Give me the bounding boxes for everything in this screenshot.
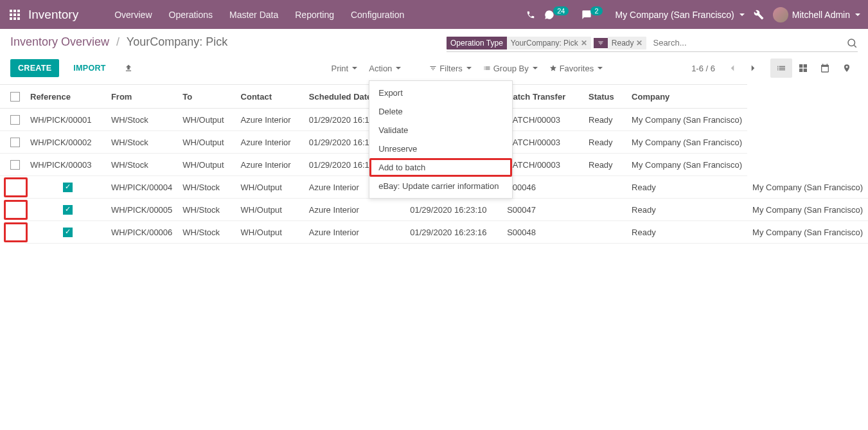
action-item-ebay-update-carrier-information[interactable]: eBay: Update carrier information <box>369 177 512 195</box>
list-icon <box>483 64 491 72</box>
cell-to: WH/Output <box>236 199 304 221</box>
action-item-delete[interactable]: Delete <box>369 102 512 121</box>
cell-src: S00046 <box>502 176 583 199</box>
menu-reporting[interactable]: Reporting <box>287 6 342 24</box>
menu-configuration[interactable]: Configuration <box>343 6 412 24</box>
cell-company: My Company (San Francisco) <box>626 131 747 154</box>
favorites-dropdown[interactable]: Favorites <box>549 64 603 73</box>
svg-rect-14 <box>804 69 807 72</box>
print-dropdown[interactable]: Print <box>331 64 357 73</box>
view-list[interactable] <box>770 58 792 78</box>
cell-from: WH/Stock <box>177 199 235 221</box>
breadcrumb-parent[interactable]: Inventory Overview <box>10 35 109 48</box>
view-calendar[interactable] <box>814 58 836 78</box>
pager-prev[interactable] <box>727 62 738 74</box>
cell-batch: BATCH/00003 <box>502 109 583 131</box>
cell-company: My Company (San Francisco) <box>747 199 868 221</box>
cell-contact: Azure Interior <box>236 109 304 131</box>
col-batch-transfer[interactable]: Batch Transfer <box>502 85 583 109</box>
action-item-unreserve[interactable]: Unreserve <box>369 139 512 158</box>
cell-status: Ready <box>583 154 626 176</box>
search-input[interactable] <box>649 35 844 50</box>
row-checkbox[interactable] <box>10 138 20 147</box>
facet-remove-icon[interactable]: ✕ <box>636 39 642 48</box>
action-item-export[interactable]: Export <box>369 84 512 102</box>
pager-next[interactable] <box>747 62 759 74</box>
col-to[interactable]: To <box>177 85 235 109</box>
col-status[interactable]: Status <box>583 85 626 109</box>
import-button[interactable]: IMPORT <box>66 59 113 77</box>
phone-icon[interactable] <box>526 10 535 19</box>
row-checkbox[interactable] <box>63 228 73 237</box>
apps-icon[interactable] <box>8 8 22 22</box>
cell-to: WH/Output <box>236 221 304 244</box>
search-icon[interactable] <box>846 37 858 49</box>
discuss-icon[interactable]: 2 <box>581 10 606 20</box>
debug-icon[interactable] <box>754 10 764 20</box>
menu-operations[interactable]: Operations <box>161 6 220 24</box>
cell-status: Ready <box>626 176 747 199</box>
cell-contact: Azure Interior <box>236 154 304 176</box>
table-row[interactable]: WH/PICK/00006WH/StockWH/OutputAzure Inte… <box>0 221 868 244</box>
cell-company: My Company (San Francisco) <box>626 109 747 131</box>
action-item-add-to-batch[interactable]: Add to batch <box>369 158 512 177</box>
cell-status: Ready <box>583 109 626 131</box>
cell-to: WH/Output <box>236 176 304 199</box>
cell-reference: WH/PICK/00005 <box>106 199 177 221</box>
svg-rect-8 <box>17 17 20 20</box>
search-facet-ready: Ready ✕ <box>594 37 647 49</box>
upload-icon[interactable] <box>124 64 133 73</box>
cell-src: S00048 <box>502 221 583 244</box>
cell-status: Ready <box>626 221 747 244</box>
messages-icon[interactable]: 24 <box>544 10 572 20</box>
svg-rect-3 <box>10 13 12 16</box>
breadcrumb: Inventory Overview / YourCompany: Pick <box>10 35 227 49</box>
avatar <box>773 7 788 22</box>
chevron-down-icon <box>396 67 401 69</box>
view-kanban[interactable] <box>792 58 814 78</box>
action-item-validate[interactable]: Validate <box>369 121 512 139</box>
search-bar[interactable]: Operation Type YourCompany: Pick ✕ Ready… <box>447 35 858 52</box>
user-name: Mitchell Admin <box>792 10 850 20</box>
col-company[interactable]: Company <box>626 85 747 109</box>
cell-to: WH/Output <box>177 109 235 131</box>
groupby-dropdown[interactable]: Group By <box>483 64 538 73</box>
table-row[interactable]: WH/PICK/00005WH/StockWH/OutputAzure Inte… <box>0 199 868 221</box>
svg-line-10 <box>854 45 856 47</box>
cell-reference: WH/PICK/00001 <box>25 109 106 131</box>
facet-value: Ready <box>612 39 634 48</box>
breadcrumb-separator: / <box>116 35 120 48</box>
col-reference[interactable]: Reference <box>25 85 106 109</box>
breadcrumb-current: YourCompany: Pick <box>127 35 227 48</box>
svg-rect-5 <box>17 13 20 16</box>
filter-icon <box>429 64 437 72</box>
cell-date: 01/29/2020 16:23:10 <box>405 199 502 221</box>
menu-overview[interactable]: Overview <box>107 6 159 24</box>
select-all-checkbox[interactable] <box>10 92 20 102</box>
row-checkbox[interactable] <box>63 205 73 215</box>
col-contact[interactable]: Contact <box>236 85 304 109</box>
menu-master-data[interactable]: Master Data <box>222 6 286 24</box>
main-menu: Overview Operations Master Data Reportin… <box>107 6 412 24</box>
cell-reference: WH/PICK/00003 <box>25 154 106 176</box>
action-dropdown[interactable]: Action <box>369 64 401 73</box>
cell-to: WH/Output <box>177 131 235 154</box>
row-checkbox[interactable] <box>10 160 20 170</box>
view-map[interactable] <box>836 58 858 78</box>
facet-remove-icon[interactable]: ✕ <box>581 39 587 48</box>
svg-rect-13 <box>799 69 802 72</box>
chevron-down-icon <box>855 13 860 16</box>
filters-dropdown[interactable]: Filters <box>429 64 471 73</box>
app-brand[interactable]: Inventory <box>28 8 78 22</box>
svg-rect-0 <box>10 10 12 12</box>
row-checkbox[interactable] <box>10 115 20 125</box>
create-button[interactable]: CREATE <box>10 59 59 77</box>
row-checkbox[interactable] <box>63 183 73 192</box>
cell-batch <box>583 221 626 244</box>
col-from[interactable]: From <box>106 85 177 109</box>
company-switcher[interactable]: My Company (San Francisco) <box>616 10 745 20</box>
groupby-label: Group By <box>493 64 529 73</box>
user-menu[interactable]: Mitchell Admin <box>773 7 860 22</box>
cell-batch: BATCH/00003 <box>502 154 583 176</box>
cell-reference: WH/PICK/00006 <box>106 221 177 244</box>
